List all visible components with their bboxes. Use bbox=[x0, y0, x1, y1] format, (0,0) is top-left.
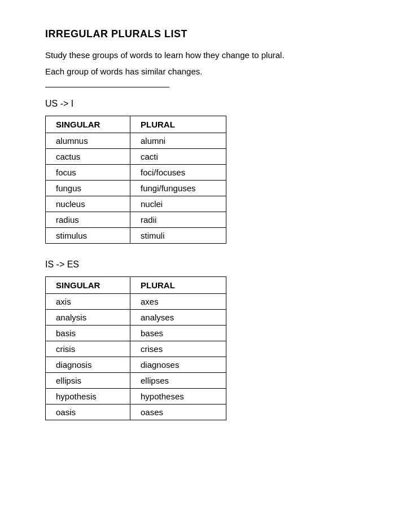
page-container: IRREGULAR PLURALS LIST Study these group… bbox=[0, 0, 411, 464]
table-row: analysisanalyses bbox=[46, 310, 226, 326]
table-row: nucleusnuclei bbox=[46, 196, 226, 212]
singular-cell: axis bbox=[46, 294, 130, 310]
table-row: oasisoases bbox=[46, 405, 226, 420]
singular-cell: crisis bbox=[46, 341, 130, 357]
table-row: cactuscacti bbox=[46, 149, 226, 165]
table-row: stimulusstimuli bbox=[46, 228, 226, 244]
table-header-row: SINGULAR PLURAL bbox=[46, 277, 226, 294]
plural-cell: stimuli bbox=[130, 228, 226, 244]
plural-cell: fungi/funguses bbox=[130, 181, 226, 196]
table-row: crisiscrises bbox=[46, 341, 226, 357]
plural-cell: hypotheses bbox=[130, 389, 226, 405]
singular-cell: cactus bbox=[46, 149, 130, 165]
table-row: diagnosisdiagnoses bbox=[46, 357, 226, 373]
plural-cell: analyses bbox=[130, 310, 226, 326]
section2-heading: IS -> ES bbox=[45, 260, 366, 270]
col-singular-header: SINGULAR bbox=[46, 277, 130, 294]
table-row: hypothesishypotheses bbox=[46, 389, 226, 405]
singular-cell: basis bbox=[46, 326, 130, 341]
singular-cell: alumnus bbox=[46, 133, 130, 149]
table-row: fungusfungi/funguses bbox=[46, 181, 226, 196]
singular-cell: stimulus bbox=[46, 228, 130, 244]
col-singular-header: SINGULAR bbox=[46, 116, 130, 133]
singular-cell: focus bbox=[46, 165, 130, 181]
plural-cell: cacti bbox=[130, 149, 226, 165]
table-row: radiusradii bbox=[46, 212, 226, 228]
plural-cell: diagnoses bbox=[130, 357, 226, 373]
plural-cell: foci/focuses bbox=[130, 165, 226, 181]
section-divider bbox=[45, 87, 169, 87]
col-plural-header: PLURAL bbox=[130, 116, 226, 133]
section2-table: SINGULAR PLURAL axisaxesanalysisanalyses… bbox=[45, 276, 226, 420]
singular-cell: fungus bbox=[46, 181, 130, 196]
singular-cell: radius bbox=[46, 212, 130, 228]
plural-cell: oases bbox=[130, 405, 226, 420]
description-line2: Each group of words has similar changes. bbox=[45, 65, 366, 78]
section1-table: SINGULAR PLURAL alumnusalumnicactuscacti… bbox=[45, 116, 226, 244]
table-row: ellipsisellipses bbox=[46, 373, 226, 389]
table-header-row: SINGULAR PLURAL bbox=[46, 116, 226, 133]
singular-cell: ellipsis bbox=[46, 373, 130, 389]
table-row: basisbases bbox=[46, 326, 226, 341]
description-line1: Study these groups of words to learn how… bbox=[45, 49, 366, 62]
plural-cell: alumni bbox=[130, 133, 226, 149]
plural-cell: nuclei bbox=[130, 196, 226, 212]
singular-cell: diagnosis bbox=[46, 357, 130, 373]
singular-cell: nucleus bbox=[46, 196, 130, 212]
singular-cell: oasis bbox=[46, 405, 130, 420]
table-row: alumnusalumni bbox=[46, 133, 226, 149]
section1-heading: US -> I bbox=[45, 99, 366, 109]
singular-cell: analysis bbox=[46, 310, 130, 326]
plural-cell: crises bbox=[130, 341, 226, 357]
page-title: IRREGULAR PLURALS LIST bbox=[45, 28, 366, 40]
table-row: axisaxes bbox=[46, 294, 226, 310]
plural-cell: bases bbox=[130, 326, 226, 341]
col-plural-header: PLURAL bbox=[130, 277, 226, 294]
plural-cell: axes bbox=[130, 294, 226, 310]
plural-cell: radii bbox=[130, 212, 226, 228]
singular-cell: hypothesis bbox=[46, 389, 130, 405]
table-row: focusfoci/focuses bbox=[46, 165, 226, 181]
plural-cell: ellipses bbox=[130, 373, 226, 389]
